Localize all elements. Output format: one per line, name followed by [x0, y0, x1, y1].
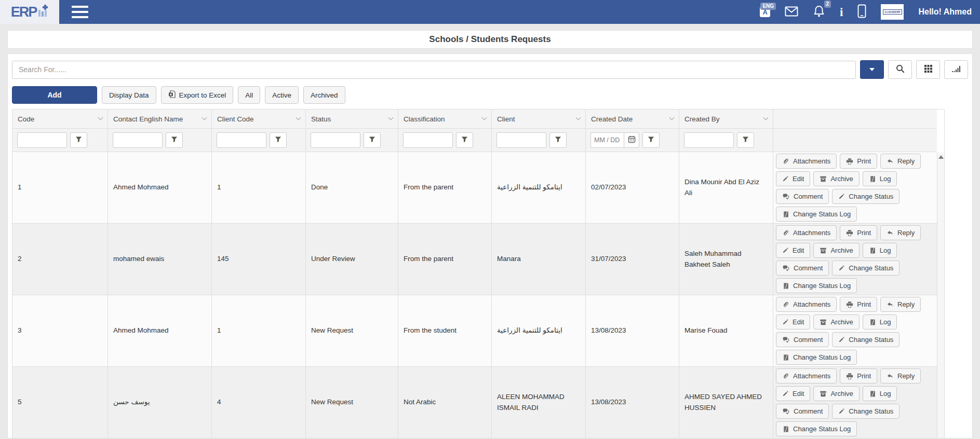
- column-header-status[interactable]: Status: [306, 109, 398, 129]
- mail-button[interactable]: [785, 6, 798, 18]
- cell-classification: Not Arabic: [398, 367, 492, 438]
- display-data-button[interactable]: Display Data: [102, 86, 156, 104]
- print-button[interactable]: Print: [840, 368, 877, 383]
- pencil-icon: [782, 247, 789, 254]
- archive-button[interactable]: Archive: [813, 314, 859, 330]
- log-button[interactable]: Log: [863, 171, 897, 186]
- cell-created-by: AHMED SAYED AHMED HUSSIEN: [679, 367, 773, 438]
- edit-button[interactable]: Edit: [776, 386, 810, 401]
- column-header-created-date[interactable]: Created Date: [586, 109, 679, 129]
- filter-archived-button[interactable]: Archived: [303, 86, 345, 104]
- attachments-button[interactable]: Attachments: [776, 368, 837, 383]
- search-input[interactable]: [12, 61, 856, 79]
- attachments-button[interactable]: Attachments: [776, 225, 837, 240]
- change-status-button[interactable]: Change Status: [832, 332, 900, 347]
- filter-input-status[interactable]: [311, 132, 360, 148]
- reply-button[interactable]: Reply: [880, 154, 921, 169]
- column-header-client[interactable]: Client: [492, 109, 586, 129]
- reply-button[interactable]: Reply: [880, 225, 921, 240]
- filter-cell-client-code: [212, 129, 306, 152]
- action-button-label: Reply: [897, 157, 915, 165]
- date-filter-input[interactable]: [590, 132, 624, 148]
- comment-button[interactable]: Comment: [776, 260, 829, 276]
- filter-button-classification[interactable]: [456, 132, 473, 148]
- column-header-label: Classification: [404, 115, 445, 123]
- scroll-up-button[interactable]: [937, 153, 944, 161]
- filter-active-button[interactable]: Active: [265, 86, 299, 104]
- change-status-button[interactable]: Change Status: [832, 404, 900, 419]
- action-button-label: Print: [857, 300, 871, 308]
- reply-button[interactable]: Reply: [880, 368, 921, 383]
- print-button[interactable]: Print: [840, 225, 877, 240]
- user-greeting[interactable]: Hello! Ahmed: [918, 7, 972, 17]
- chart-view-button[interactable]: [944, 60, 968, 79]
- column-header-contact-english-name[interactable]: Contact English Name: [108, 109, 212, 129]
- search-button[interactable]: [888, 60, 912, 79]
- action-button-label: Edit: [793, 175, 804, 183]
- change-status-log-button[interactable]: Change Status Log: [776, 421, 857, 436]
- filter-button-code[interactable]: [70, 132, 87, 148]
- filter-button-created-date[interactable]: [642, 132, 660, 148]
- action-button-label: Archive: [830, 246, 853, 254]
- comment-button[interactable]: Comment: [776, 404, 829, 419]
- attachments-button[interactable]: Attachments: [776, 154, 837, 169]
- change-status-log-button[interactable]: Change Status Log: [776, 207, 857, 222]
- archive-button[interactable]: Archive: [813, 171, 859, 186]
- add-button[interactable]: Add: [12, 86, 97, 104]
- language-button[interactable]: A ENG: [760, 7, 770, 17]
- search-options-dropdown[interactable]: [860, 60, 884, 79]
- app-logo[interactable]: ERP: [0, 0, 59, 24]
- log-button[interactable]: Log: [863, 243, 897, 258]
- change-status-log-button[interactable]: Change Status Log: [776, 278, 857, 293]
- filter-input-client-code[interactable]: [217, 132, 266, 148]
- edit-button[interactable]: Edit: [776, 171, 810, 186]
- edit-button[interactable]: Edit: [776, 314, 810, 330]
- reply-icon: [887, 373, 894, 380]
- column-header-code[interactable]: Code: [12, 109, 108, 129]
- notifications-button[interactable]: 2: [813, 5, 825, 20]
- change-status-log-button[interactable]: Change Status Log: [776, 350, 857, 365]
- filter-input-created-by[interactable]: [684, 132, 734, 148]
- filter-button-client[interactable]: [549, 132, 567, 148]
- page-title: Schools / Students Requests: [429, 34, 551, 45]
- header-row: CodeContact English NameClient CodeStatu…: [12, 109, 937, 129]
- column-header-classification[interactable]: Classification: [398, 109, 492, 129]
- company-logo-button[interactable]: CLOUDERP: [881, 4, 904, 20]
- grid-view-button[interactable]: [916, 60, 940, 79]
- filter-input-client[interactable]: [496, 132, 546, 148]
- print-button[interactable]: Print: [840, 297, 877, 312]
- edit-button[interactable]: Edit: [776, 243, 810, 258]
- info-button[interactable]: i: [840, 6, 843, 18]
- change-status-button[interactable]: Change Status: [832, 189, 900, 204]
- filter-input-classification[interactable]: [403, 132, 453, 148]
- archive-button[interactable]: Archive: [813, 386, 859, 401]
- reply-button[interactable]: Reply: [880, 297, 921, 312]
- comment-button[interactable]: Comment: [776, 332, 829, 347]
- pencil-icon: [838, 408, 845, 415]
- calendar-button[interactable]: [624, 132, 639, 148]
- filter-button-created-by[interactable]: [737, 132, 754, 148]
- export-excel-button[interactable]: Export to Excel: [161, 86, 234, 104]
- action-button-label: Change Status Log: [793, 425, 851, 433]
- change-status-button[interactable]: Change Status: [832, 260, 900, 276]
- cell-classification: From the parent: [398, 224, 492, 295]
- filter-input-contact-english-name[interactable]: [113, 132, 163, 148]
- cell-contact-english-name: Ahmed Mohmaed: [108, 152, 212, 224]
- vertical-scrollbar[interactable]: [937, 153, 944, 438]
- filter-button-status[interactable]: [364, 132, 381, 148]
- mobile-button[interactable]: [857, 4, 866, 20]
- attachments-button[interactable]: Attachments: [776, 297, 837, 312]
- log-button[interactable]: Log: [863, 386, 897, 401]
- filter-all-button[interactable]: All: [238, 86, 260, 104]
- filter-button-client-code[interactable]: [270, 132, 287, 148]
- search-row: [12, 60, 968, 79]
- archive-button[interactable]: Archive: [813, 243, 859, 258]
- print-button[interactable]: Print: [840, 154, 877, 169]
- menu-hamburger-button[interactable]: [72, 6, 88, 18]
- column-header-created-by[interactable]: Created By: [679, 109, 773, 129]
- comment-button[interactable]: Comment: [776, 189, 829, 204]
- filter-input-code[interactable]: [17, 132, 67, 148]
- log-button[interactable]: Log: [863, 314, 897, 330]
- column-header-client-code[interactable]: Client Code: [212, 109, 306, 129]
- filter-button-contact-english-name[interactable]: [166, 132, 183, 148]
